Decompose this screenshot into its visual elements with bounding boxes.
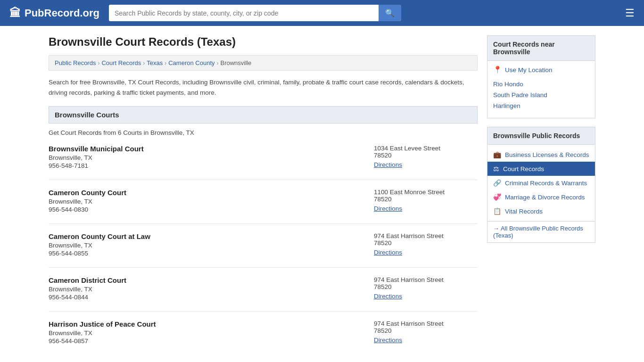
- court-entry: Cameron County Court at Law Brownsville,…: [49, 232, 478, 257]
- address-street: 974 East Harrison Street: [374, 320, 478, 327]
- breadcrumb: Public Records › Court Records › Texas ›…: [49, 55, 478, 71]
- directions-link[interactable]: Directions: [374, 249, 402, 256]
- court-phone: 956-544-0857: [49, 337, 369, 345]
- court-phone: 956-544-0844: [49, 294, 369, 301]
- court-name: Cameron County Court: [49, 189, 369, 197]
- logo-icon: 🏛: [9, 7, 21, 20]
- nearby-city-link[interactable]: South Padre Island: [493, 90, 589, 100]
- court-address: 1034 East Levee Street 78520 Directions: [374, 145, 478, 169]
- address-street: 1034 East Levee Street: [374, 145, 478, 152]
- sidebar-nearby-title: Court Records near Brownsville: [487, 35, 595, 61]
- court-phone: 956-544-0830: [49, 206, 369, 213]
- directions-link[interactable]: Directions: [374, 205, 402, 212]
- nearby-links: Rio HondoSouth Padre IslandHarlingen: [493, 79, 589, 111]
- hamburger-menu[interactable]: ☰: [625, 7, 635, 19]
- main-container: Brownsville Court Records (Texas) Public…: [39, 26, 605, 362]
- court-info: Cameron District Court Brownsville, TX 9…: [49, 276, 369, 301]
- nearby-city-link[interactable]: Rio Hondo: [493, 79, 589, 90]
- nearby-city-link[interactable]: Harlingen: [493, 100, 589, 111]
- record-icon: ⚖: [493, 165, 499, 173]
- court-name: Harrison Justice of Peace Court: [49, 320, 369, 328]
- sidebar-record-item[interactable]: 💼Business Licenses & Records: [487, 148, 595, 162]
- address-zip: 78520: [374, 196, 478, 203]
- court-divider: [49, 311, 478, 312]
- sidebar-nearby: 📍 Use My Location Rio HondoSouth Padre I…: [487, 61, 595, 118]
- address-zip: 78520: [374, 152, 478, 159]
- court-name: Cameron District Court: [49, 276, 369, 284]
- address-street: 974 East Harrison Street: [374, 276, 478, 283]
- record-icon: 💼: [493, 151, 501, 158]
- sidebar-record-item[interactable]: 🔗Criminal Records & Warrants: [487, 176, 595, 190]
- court-phone: 956-548-7181: [49, 162, 369, 169]
- use-location-label: Use My Location: [505, 66, 553, 74]
- address-zip: 78520: [374, 283, 478, 290]
- breadcrumb-cameron-county[interactable]: Cameron County: [168, 59, 215, 66]
- search-button[interactable]: 🔍: [379, 5, 401, 21]
- use-my-location[interactable]: 📍 Use My Location: [493, 66, 589, 74]
- record-icon: 📋: [493, 207, 501, 215]
- court-name: Brownsville Municipal Court: [49, 145, 369, 153]
- court-info: Brownsville Municipal Court Brownsville,…: [49, 145, 369, 169]
- court-address: 974 East Harrison Street 78520 Direction…: [374, 232, 478, 257]
- court-entry: Cameron County Court Brownsville, TX 956…: [49, 189, 478, 213]
- court-name: Cameron County Court at Law: [49, 232, 369, 240]
- court-info: Harrison Justice of Peace Court Brownsvi…: [49, 320, 369, 345]
- court-info: Cameron County Court Brownsville, TX 956…: [49, 189, 369, 213]
- directions-link[interactable]: Directions: [374, 293, 402, 300]
- record-icon: 🔗: [493, 179, 501, 187]
- breadcrumb-brownsville: Brownsville: [221, 59, 252, 66]
- page-title: Brownsville Court Records (Texas): [49, 35, 478, 49]
- court-address: 974 East Harrison Street 78520 Direction…: [374, 276, 478, 301]
- address-zip: 78520: [374, 239, 478, 247]
- courts-list: Brownsville Municipal Court Brownsville,…: [49, 145, 478, 345]
- court-city: Brownsville, TX: [49, 286, 369, 293]
- address-street: 974 East Harrison Street: [374, 232, 478, 239]
- record-label: Marriage & Divorce Records: [505, 194, 585, 201]
- page-description: Search for free Brownsville, TX Court Re…: [49, 77, 478, 98]
- header: 🏛 PubRecord.org 🔍 ☰: [0, 0, 644, 26]
- court-info: Cameron County Court at Law Brownsville,…: [49, 232, 369, 257]
- sidebar: Court Records near Brownsville 📍 Use My …: [487, 35, 595, 355]
- sidebar-record-item[interactable]: 📋Vital Records: [487, 204, 595, 218]
- record-label: Vital Records: [505, 208, 543, 215]
- court-address: 1100 East Monroe Street 78520 Directions: [374, 189, 478, 213]
- court-phone: 956-544-0855: [49, 250, 369, 257]
- court-divider: [49, 267, 478, 268]
- court-city: Brownsville, TX: [49, 242, 369, 249]
- address-zip: 78520: [374, 327, 478, 334]
- search-icon: 🔍: [385, 9, 395, 17]
- site-logo[interactable]: 🏛 PubRecord.org: [9, 7, 99, 20]
- search-input[interactable]: [109, 5, 379, 21]
- court-divider: [49, 223, 478, 224]
- breadcrumb-court-records[interactable]: Court Records: [101, 59, 141, 66]
- all-records-link[interactable]: → All Brownsville Public Records (Texas): [487, 222, 595, 243]
- sidebar-record-item[interactable]: 💞Marriage & Divorce Records: [487, 190, 595, 204]
- sidebar-records-title: Brownsville Public Records: [487, 127, 595, 145]
- breadcrumb-texas[interactable]: Texas: [147, 59, 163, 66]
- location-icon: 📍: [493, 66, 502, 74]
- breadcrumb-public-records[interactable]: Public Records: [55, 59, 96, 66]
- court-divider: [49, 180, 478, 180]
- courts-section-header: Brownsville Courts: [49, 106, 478, 123]
- sidebar-record-item[interactable]: ⚖Court Records: [487, 162, 595, 176]
- court-address: 974 East Harrison Street 78520 Direction…: [374, 320, 478, 345]
- court-city: Brownsville, TX: [49, 154, 369, 161]
- logo-text: PubRecord.org: [25, 7, 99, 19]
- record-label: Court Records: [503, 165, 544, 173]
- record-label: Business Licenses & Records: [505, 151, 589, 158]
- record-label: Criminal Records & Warrants: [505, 180, 587, 187]
- court-city: Brownsville, TX: [49, 198, 369, 205]
- court-entry: Brownsville Municipal Court Brownsville,…: [49, 145, 478, 169]
- sidebar-records: 💼Business Licenses & Records⚖Court Recor…: [487, 145, 595, 222]
- court-entry: Harrison Justice of Peace Court Brownsvi…: [49, 320, 478, 345]
- address-street: 1100 East Monroe Street: [374, 189, 478, 196]
- search-bar: 🔍: [109, 5, 401, 21]
- court-city: Brownsville, TX: [49, 329, 369, 337]
- record-icon: 💞: [493, 193, 501, 201]
- courts-section-sub: Get Court Records from 6 Courts in Brown…: [49, 129, 478, 136]
- menu-icon: ☰: [625, 7, 635, 19]
- directions-link[interactable]: Directions: [374, 161, 402, 168]
- court-entry: Cameron District Court Brownsville, TX 9…: [49, 276, 478, 301]
- content-area: Brownsville Court Records (Texas) Public…: [49, 35, 478, 355]
- directions-link[interactable]: Directions: [374, 337, 402, 344]
